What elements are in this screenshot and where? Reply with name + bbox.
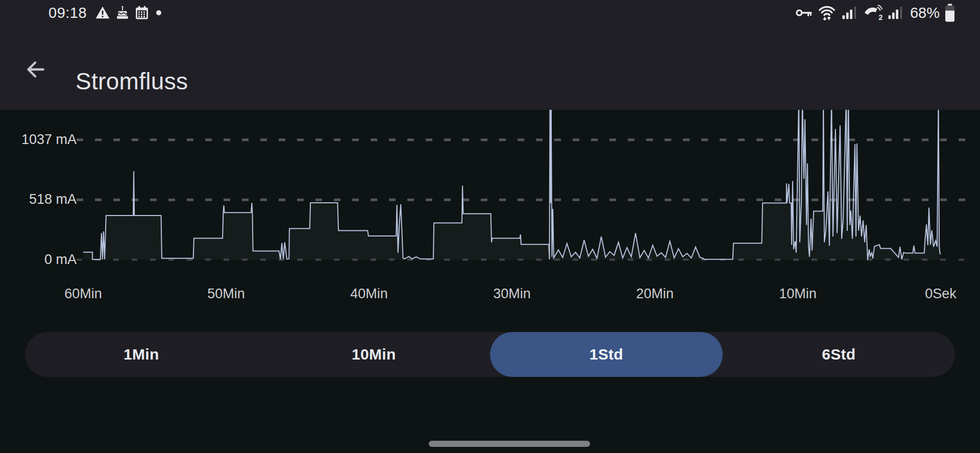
status-bar-right: 2 68% [794, 0, 955, 26]
x-axis-tick-0sek: 0Sek [897, 286, 980, 302]
warning-icon [95, 5, 110, 20]
back-button[interactable] [20, 55, 49, 84]
status-bar-left: 09:18 [48, 0, 161, 26]
gesture-nav-handle[interactable] [429, 441, 590, 447]
cake-icon [115, 6, 130, 20]
page-title: Stromfluss [76, 67, 188, 95]
calendar-icon [135, 6, 149, 20]
notification-dot-icon [156, 10, 161, 15]
x-axis-tick-50min: 50Min [183, 286, 270, 302]
range-option-6std[interactable]: 6Std [723, 332, 955, 377]
vpn-key-icon [794, 5, 813, 20]
y-axis-tick-1037: 1037 mA [16, 132, 77, 148]
x-axis-tick-30min: 30Min [469, 286, 555, 302]
sim2-badge: 2 [878, 13, 883, 21]
series-line [83, 110, 941, 260]
battery-percent-text: 68% [910, 5, 940, 21]
signal-strength-2-icon [887, 5, 903, 20]
range-option-1std[interactable]: 1Std [490, 332, 723, 377]
battery-icon [944, 4, 955, 22]
range-option-1min[interactable]: 1Min [25, 332, 258, 377]
status-bar: 09:18 2 [0, 0, 980, 26]
x-axis-tick-60min: 60Min [40, 286, 127, 302]
current-flow-chart: 1037 mA 518 mA 0 mA 60Min 50Min 40Min 30… [0, 110, 980, 276]
x-axis-tick-40min: 40Min [326, 286, 412, 302]
app-header: Stromfluss [0, 26, 980, 110]
signal-strength-icon [841, 5, 857, 20]
range-option-10min[interactable]: 10Min [258, 332, 491, 377]
wifi-calling-sim2-icon: 2 [862, 5, 883, 21]
y-axis-tick-518: 518 mA [16, 192, 77, 207]
x-axis-tick-10min: 10Min [754, 286, 841, 302]
clock-text: 09:18 [48, 5, 87, 21]
wifi-icon [817, 4, 837, 21]
top-chrome: 09:18 2 [0, 0, 980, 110]
range-selector: 1Min 10Min 1Std 6Std [25, 332, 955, 377]
x-axis-tick-20min: 20Min [611, 286, 698, 302]
chart-canvas [0, 110, 980, 276]
y-axis-tick-0: 0 mA [16, 252, 77, 268]
